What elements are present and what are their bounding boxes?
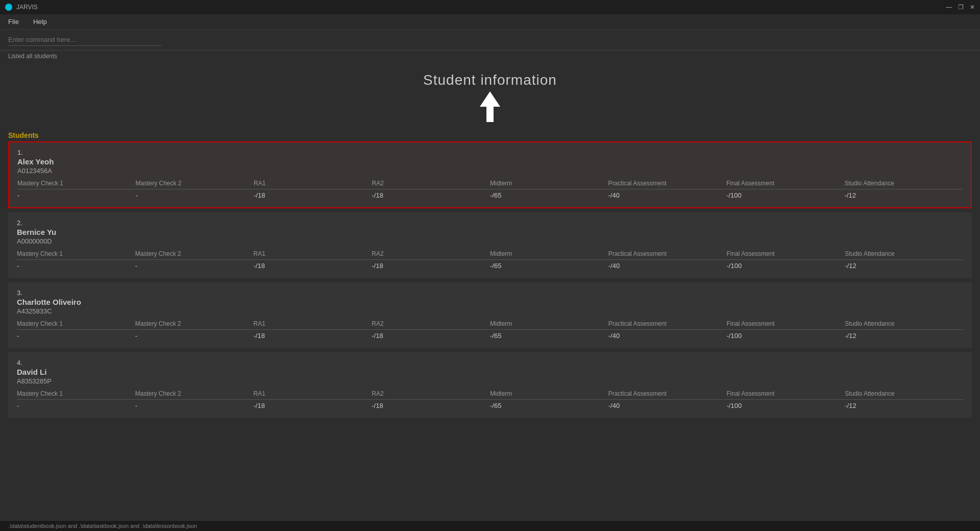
arrow-container [0, 91, 980, 122]
app-name: JARVIS [16, 4, 38, 11]
command-input[interactable] [8, 34, 161, 46]
assessment-value: -/18 [372, 402, 490, 409]
assessment-header: Final Assessment [727, 320, 845, 327]
assessment-header: Final Assessment [726, 180, 845, 187]
assessment-header: Mastery Check 1 [17, 320, 135, 327]
assessment-value: -/18 [372, 191, 491, 199]
assessment-value: -/18 [254, 262, 372, 270]
assessment-value: - [136, 191, 254, 199]
assessment-header: Midterm [490, 390, 608, 397]
assessment-header: RA1 [254, 320, 372, 327]
status-text: Listed all students [8, 53, 57, 60]
student-number: 2. [17, 219, 963, 227]
command-bar [0, 30, 980, 51]
main-content: Listed all students Student information … [0, 51, 980, 520]
assessment-value: -/18 [372, 262, 490, 270]
student-id: A8353285P [17, 377, 963, 385]
assessment-headers: Mastery Check 1Mastery Check 2RA1RA2Midt… [17, 390, 963, 400]
assessment-values: ---/18-/18-/65-/40-/100-/12 [17, 332, 963, 340]
assessment-values: ---/18-/18-/65-/40-/100-/12 [17, 402, 963, 409]
assessment-values: ---/18-/18-/65-/40-/100-/12 [17, 262, 963, 270]
assessment-header: Final Assessment [727, 250, 845, 257]
assessment-value: -/40 [608, 191, 727, 199]
student-card-3[interactable]: 3.Charlotte OliveiroA4325833CMastery Che… [8, 282, 972, 348]
assessment-header: Practical Assessment [608, 180, 727, 187]
assessment-header: Mastery Check 1 [17, 250, 135, 257]
assessment-header: RA2 [372, 180, 491, 187]
student-card-4[interactable]: 4.David LiA8353285PMastery Check 1Master… [8, 352, 972, 418]
assessment-header: Studio Attendance [845, 320, 963, 327]
assessment-value: -/65 [490, 332, 608, 340]
student-card-2[interactable]: 2.Bernice YuA0000000DMastery Check 1Mast… [8, 212, 972, 278]
assessment-value: -/12 [845, 262, 963, 270]
scroll-area[interactable]: 1.Alex YeohA0123456AMastery Check 1Maste… [0, 141, 980, 520]
assessment-value: -/100 [727, 262, 845, 270]
title-section: Student information [0, 62, 980, 129]
assessment-value: -/18 [372, 332, 490, 340]
assessment-value: -/18 [254, 402, 372, 409]
assessment-header: Mastery Check 1 [17, 180, 136, 187]
assessment-header: Studio Attendance [845, 250, 963, 257]
assessment-value: -/40 [608, 262, 727, 270]
student-number: 3. [17, 289, 963, 297]
assessment-header: Practical Assessment [608, 250, 727, 257]
assessment-header: RA2 [372, 250, 490, 257]
assessment-headers: Mastery Check 1Mastery Check 2RA1RA2Midt… [17, 320, 963, 330]
assessment-value: - [17, 402, 135, 409]
assessment-value: -/12 [845, 332, 963, 340]
assessment-header: Final Assessment [727, 390, 845, 397]
assessment-value: -/100 [727, 402, 845, 409]
close-button[interactable]: ✕ [970, 4, 975, 11]
assessment-table: Mastery Check 1Mastery Check 2RA1RA2Midt… [17, 390, 963, 409]
assessment-value: -/40 [608, 402, 727, 409]
assessment-headers: Mastery Check 1Mastery Check 2RA1RA2Midt… [17, 250, 963, 260]
assessment-header: Mastery Check 2 [135, 390, 254, 397]
student-name: Alex Yeoh [17, 157, 963, 166]
assessment-header: Mastery Check 2 [135, 250, 254, 257]
assessment-value: -/12 [845, 191, 963, 199]
arrow-up-icon [480, 91, 500, 122]
title-bar: JARVIS — ❐ ✕ [0, 0, 980, 14]
student-id: A4325833C [17, 307, 963, 315]
assessment-header: Studio Attendance [845, 390, 963, 397]
assessment-value: -/65 [490, 262, 608, 270]
assessment-header: Midterm [490, 180, 608, 187]
assessment-header: RA2 [372, 390, 490, 397]
menu-bar: File Help [0, 14, 980, 30]
assessment-header: RA1 [254, 180, 372, 187]
assessment-value: -/40 [608, 332, 727, 340]
assessment-header: Practical Assessment [608, 390, 727, 397]
assessment-header: Mastery Check 2 [135, 320, 254, 327]
title-bar-controls[interactable]: — ❐ ✕ [946, 4, 975, 11]
maximize-button[interactable]: ❐ [958, 4, 964, 11]
assessment-value: - [17, 191, 136, 199]
student-number: 4. [17, 359, 963, 367]
assessment-value: - [17, 262, 135, 270]
minimize-button[interactable]: — [946, 4, 952, 11]
assessment-value: -/65 [490, 191, 608, 199]
assessment-value: - [135, 262, 254, 270]
assessment-headers: Mastery Check 1Mastery Check 2RA1RA2Midt… [17, 180, 963, 189]
students-label: Students [0, 129, 980, 141]
assessment-value: -/100 [726, 191, 845, 199]
assessment-value: -/100 [727, 332, 845, 340]
page-title: Student information [423, 72, 557, 88]
status-top: Listed all students [0, 51, 980, 62]
student-card-1[interactable]: 1.Alex YeohA0123456AMastery Check 1Maste… [8, 141, 972, 208]
menu-file[interactable]: File [5, 17, 22, 27]
assessment-header: RA1 [254, 390, 372, 397]
title-bar-left: JARVIS [5, 4, 38, 11]
menu-help[interactable]: Help [30, 17, 50, 27]
bottom-bar: .\data\studentbook.json and .\data\taskb… [0, 520, 980, 531]
assessment-header: RA1 [254, 250, 372, 257]
student-id: A0000000D [17, 237, 963, 245]
assessment-table: Mastery Check 1Mastery Check 2RA1RA2Midt… [17, 180, 963, 199]
assessment-value: -/12 [845, 402, 963, 409]
assessment-table: Mastery Check 1Mastery Check 2RA1RA2Midt… [17, 320, 963, 340]
student-name: Bernice Yu [17, 228, 963, 236]
assessment-header: Midterm [490, 250, 608, 257]
assessment-value: -/65 [490, 402, 608, 409]
assessment-value: -/18 [254, 191, 372, 199]
student-number: 1. [17, 149, 963, 156]
assessment-value: - [135, 332, 254, 340]
